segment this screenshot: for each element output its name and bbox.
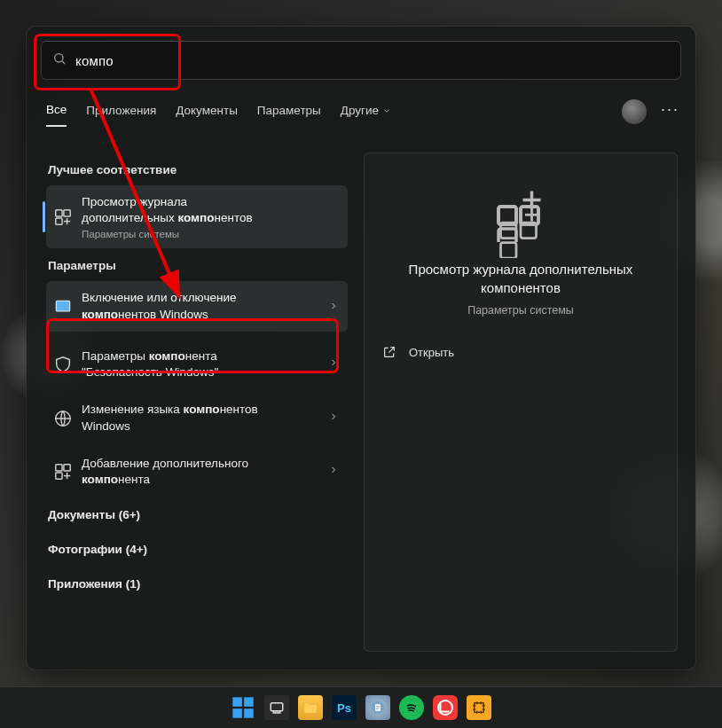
taskbar-start[interactable]	[231, 695, 255, 720]
preview-icon	[494, 189, 547, 242]
svg-rect-45	[271, 703, 283, 711]
taskbar-snip[interactable]	[467, 695, 491, 720]
tab-more-label: Другие	[341, 104, 379, 117]
best-match-result[interactable]: Просмотр журнала дополнительных компонен…	[46, 185, 348, 248]
tab-all[interactable]: Все	[46, 98, 67, 127]
taskbar-vivaldi[interactable]	[433, 695, 458, 720]
group-photos[interactable]: Фотографии (4+)	[46, 532, 348, 567]
search-bar[interactable]: компо	[41, 41, 681, 80]
svg-rect-44	[244, 708, 254, 718]
best-match-title: Просмотр журнала дополнительных компонен…	[82, 194, 339, 226]
chevron-down-icon	[382, 106, 391, 115]
tab-settings[interactable]: Параметры	[257, 98, 321, 126]
chevron-right-icon	[328, 356, 339, 372]
windows-features-icon	[53, 297, 73, 317]
svg-rect-11	[64, 465, 70, 471]
svg-rect-46	[273, 711, 280, 713]
svg-rect-37	[501, 243, 517, 259]
svg-rect-41	[232, 697, 242, 707]
svg-rect-3	[64, 209, 70, 215]
preview-open-label: Открыть	[409, 346, 454, 359]
preview-pane: Просмотр журнала дополнительных компонен…	[364, 153, 678, 652]
svg-rect-2	[56, 209, 62, 215]
svg-rect-10	[56, 465, 62, 471]
search-panel: компо Все Приложения Документы Параметры…	[27, 27, 695, 669]
chevron-right-icon	[328, 464, 339, 480]
tab-more[interactable]: Другие	[341, 98, 391, 126]
open-icon	[382, 345, 396, 359]
svg-rect-43	[232, 708, 242, 718]
svg-rect-36	[521, 223, 537, 239]
results-left: Лучшее соответствие Просмотр журнала доп…	[46, 153, 348, 601]
preview-open[interactable]: Открыть	[382, 345, 677, 359]
group-apps[interactable]: Приложения (1)	[46, 567, 348, 601]
svg-rect-12	[56, 473, 62, 479]
taskbar-taskview[interactable]	[264, 695, 289, 720]
best-match-heading: Лучшее соответствие	[48, 163, 348, 176]
taskbar: Ps	[0, 686, 722, 728]
svg-line-1	[62, 61, 65, 64]
svg-rect-52	[475, 703, 484, 713]
globe-icon	[53, 409, 73, 428]
taskbar-photoshop[interactable]: Ps	[332, 695, 357, 720]
taskbar-document[interactable]	[365, 695, 390, 720]
shield-icon	[53, 355, 73, 374]
chevron-right-icon	[328, 410, 339, 426]
svg-rect-8	[58, 301, 69, 309]
preview-subtitle: Параметры системы	[365, 304, 677, 317]
taskbar-explorer[interactable]	[298, 695, 323, 720]
add-component-icon	[53, 462, 73, 481]
svg-rect-42	[244, 697, 254, 707]
group-documents[interactable]: Документы (6+)	[46, 497, 348, 532]
search-query: компо	[75, 53, 114, 68]
settings-item-2[interactable]: Изменение языка компонентов Windows	[46, 392, 348, 443]
svg-rect-4	[56, 218, 62, 224]
taskbar-spotify[interactable]	[399, 695, 424, 720]
preview-title: Просмотр журнала дополнительных компонен…	[365, 260, 677, 297]
settings-item-0[interactable]: Включение или отключение компонентов Win…	[46, 281, 348, 331]
settings-heading: Параметры	[48, 259, 348, 272]
result-tabs: Все Приложения Документы Параметры Други…	[46, 98, 391, 127]
components-icon	[53, 207, 73, 227]
svg-rect-35	[501, 223, 517, 239]
settings-item-1[interactable]: Параметры компонента "Безопасность Windo…	[46, 339, 348, 390]
settings-item-0-title: Включение или отключение компонентов Win…	[82, 290, 339, 322]
tab-docs[interactable]: Документы	[176, 98, 238, 126]
more-menu-icon[interactable]: ···	[661, 101, 679, 122]
settings-item-3[interactable]: Добавление дополнительного компонента	[46, 446, 348, 497]
search-icon	[52, 51, 67, 69]
best-match-subtitle: Параметры системы	[82, 229, 339, 239]
svg-point-0	[55, 54, 63, 62]
avatar[interactable]	[622, 99, 647, 124]
chevron-right-icon	[328, 299, 339, 315]
tab-apps[interactable]: Приложения	[86, 98, 156, 126]
